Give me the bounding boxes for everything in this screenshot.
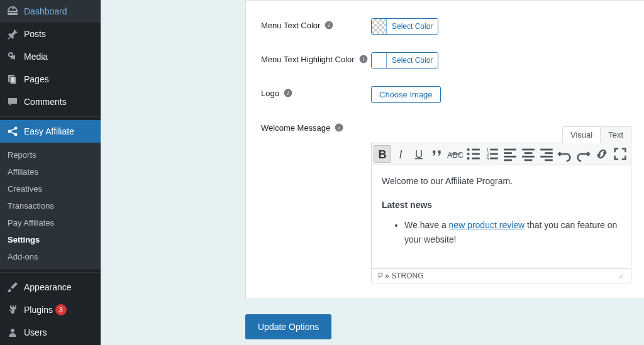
pages-icon <box>6 73 19 85</box>
label-menu-text-highlight: Menu Text Highlight Color <box>261 55 355 64</box>
svg-rect-49 <box>545 152 553 154</box>
sidebar-item-plugins[interactable]: Plugins3 <box>0 298 101 321</box>
row-logo: Logo i Choose Image <box>261 86 631 103</box>
editor-content[interactable]: Welcome to our Affiliate Program. Latest… <box>371 165 631 269</box>
alignright-button[interactable] <box>538 145 555 163</box>
fullscreen-button[interactable] <box>611 145 629 163</box>
sidebar-item-comments[interactable]: Comments <box>0 90 101 113</box>
welcome-editor: Visual Text B I U ABC 123 <box>371 126 631 283</box>
aligncenter-button[interactable] <box>519 145 537 163</box>
link-button[interactable] <box>593 145 611 163</box>
label-logo: Logo <box>261 89 279 98</box>
brush-icon <box>6 281 19 293</box>
submenu-item-creatives[interactable]: Creatives <box>0 180 101 197</box>
svg-rect-47 <box>525 159 533 161</box>
submenu-item-affiliates[interactable]: Affiliates <box>0 163 101 180</box>
svg-rect-51 <box>545 159 553 161</box>
bold-button[interactable]: B <box>374 145 391 163</box>
plug-icon <box>6 304 19 316</box>
svg-text:1: 1 <box>487 148 489 152</box>
svg-text:U: U <box>415 148 423 160</box>
color-picker-menu-highlight[interactable]: Select Color <box>371 52 438 68</box>
svg-rect-50 <box>540 156 553 158</box>
svg-point-7 <box>11 329 14 332</box>
editor-path-bar: P » STRONG <box>371 269 631 283</box>
italic-button[interactable]: I <box>392 145 409 163</box>
svg-rect-29 <box>472 149 480 151</box>
svg-point-6 <box>14 133 18 136</box>
submenu-item-reports[interactable]: Reports <box>0 146 101 163</box>
sidebar-item-appearance[interactable]: Appearance <box>0 276 101 298</box>
sidebar-item-dashboard[interactable]: Dashboard <box>0 0 101 23</box>
label-menu-text-color: Menu Text Color <box>261 21 320 30</box>
sidebar-item-label: Users <box>24 327 47 337</box>
svg-point-1 <box>9 53 13 57</box>
svg-rect-48 <box>540 149 553 151</box>
svg-rect-46 <box>522 156 535 158</box>
sidebar-submenu: ReportsAffiliatesCreativesTransactionsPa… <box>0 143 101 269</box>
svg-rect-33 <box>472 158 480 160</box>
info-icon[interactable]: i <box>324 20 334 30</box>
svg-rect-37 <box>490 153 498 155</box>
info-icon[interactable]: i <box>334 123 344 133</box>
color-picker-menu-text[interactable]: Select Color <box>371 18 438 35</box>
resize-handle-icon[interactable] <box>617 272 625 280</box>
user-icon <box>6 326 19 339</box>
choose-image-button[interactable]: Choose Image <box>371 86 441 103</box>
sidebar-item-users[interactable]: Users <box>0 321 101 344</box>
svg-text:ABC: ABC <box>447 151 464 160</box>
update-badge: 3 <box>55 304 67 315</box>
underline-button[interactable]: U <box>410 145 428 163</box>
submenu-item-add-ons[interactable]: Add-ons <box>0 248 101 265</box>
alignleft-button[interactable] <box>501 145 519 163</box>
color-swatch <box>372 53 387 68</box>
sidebar-item-label: Dashboard <box>24 6 67 16</box>
row-menu-text-color: Menu Text Color i Select Color <box>261 18 631 35</box>
row-welcome-message: Welcome Message i Visual Text B I U <box>261 121 631 283</box>
strikethrough-button[interactable]: ABC <box>447 145 464 163</box>
pin-icon <box>6 28 19 40</box>
sidebar-item-media[interactable]: Media <box>0 45 101 68</box>
share-icon <box>6 125 19 138</box>
comment-icon <box>6 96 19 108</box>
svg-rect-44 <box>522 149 535 151</box>
undo-button[interactable] <box>556 145 574 163</box>
select-color-button[interactable]: Select Color <box>387 19 438 34</box>
numberlist-button[interactable]: 123 <box>483 145 501 163</box>
svg-text:2: 2 <box>487 152 489 156</box>
svg-rect-43 <box>504 159 512 161</box>
svg-rect-0 <box>8 13 18 15</box>
blockquote-button[interactable] <box>428 145 446 163</box>
sidebar-item-pages[interactable]: Pages <box>0 68 101 90</box>
svg-rect-31 <box>472 153 480 155</box>
svg-text:3: 3 <box>487 156 489 161</box>
settings-panel: Menu Text Color i Select Color Menu Text… <box>245 0 644 299</box>
svg-text:B: B <box>378 148 386 161</box>
svg-rect-40 <box>504 149 516 151</box>
media-icon <box>6 50 19 63</box>
sidebar-item-label: Posts <box>24 29 46 39</box>
svg-point-4 <box>8 130 11 133</box>
sidebar-item-label: Media <box>24 52 48 62</box>
svg-point-30 <box>467 153 470 155</box>
sidebar-item-easy-affiliate[interactable]: Easy Affiliate <box>0 120 101 143</box>
select-color-button[interactable]: Select Color <box>387 53 438 68</box>
update-options-button[interactable]: Update Options <box>245 314 331 339</box>
admin-sidebar: DashboardPostsMediaPagesComments Easy Af… <box>0 0 101 345</box>
sidebar-item-label: Appearance <box>24 282 72 292</box>
svg-point-5 <box>14 127 18 130</box>
svg-rect-39 <box>490 158 498 160</box>
submenu-item-pay-affiliates[interactable]: Pay Affiliates <box>0 214 101 231</box>
submenu-item-transactions[interactable]: Transactions <box>0 197 101 214</box>
redo-button[interactable] <box>574 145 592 163</box>
bulletlist-button[interactable] <box>465 145 482 163</box>
tab-text[interactable]: Text <box>600 126 631 143</box>
tab-visual[interactable]: Visual <box>562 126 601 143</box>
svg-rect-3 <box>10 77 16 84</box>
sidebar-item-label: Easy Affiliate <box>24 126 74 136</box>
info-icon[interactable]: i <box>358 54 369 64</box>
submenu-item-settings[interactable]: Settings <box>0 231 101 248</box>
info-icon[interactable]: i <box>283 88 293 98</box>
new-product-review-link[interactable]: new product review <box>449 220 525 230</box>
sidebar-item-posts[interactable]: Posts <box>0 23 101 45</box>
